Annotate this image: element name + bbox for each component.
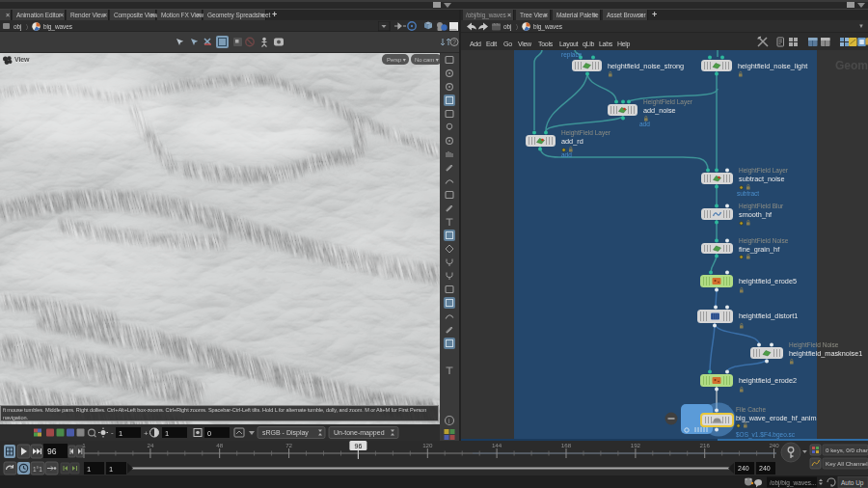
svg-text:$OS_v1.$F4.bgeo.sc: $OS_v1.$F4.bgeo.sc [736, 431, 796, 439]
svg-text:1: 1 [119, 429, 122, 438]
svg-text:96: 96 [47, 447, 57, 456]
svg-text:1: 1 [82, 442, 86, 448]
svg-text:Key All Channels: Key All Channels [826, 460, 868, 467]
svg-text:sRGB - Display: sRGB - Display [262, 429, 309, 437]
svg-text:add_rd: add_rd [561, 137, 583, 146]
svg-text:48: 48 [216, 442, 223, 448]
svg-text:216: 216 [700, 442, 711, 448]
svg-text:1: 1 [109, 465, 113, 474]
svg-text:HeightField Layer: HeightField Layer [739, 167, 789, 175]
svg-text:1°1: 1°1 [33, 466, 42, 473]
svg-text:0: 0 [207, 429, 211, 438]
svg-text:HeightField Noise: HeightField Noise [789, 341, 839, 349]
svg-text:120: 120 [422, 442, 433, 448]
svg-text:heightfield_erode2: heightfield_erode2 [739, 376, 797, 385]
svg-text:big_wave_erode_hf_anim: big_wave_erode_hf_anim [736, 414, 817, 422]
svg-text:1: 1 [87, 465, 91, 474]
svg-text:heightfield_noise_light: heightfield_noise_light [738, 62, 807, 70]
svg-text:1: 1 [165, 429, 169, 438]
svg-text:192: 192 [631, 442, 641, 448]
svg-text:24: 24 [147, 442, 153, 448]
svg-text:0 keys, 0/0 chan: 0 keys, 0/0 chan [826, 447, 868, 453]
svg-text:smooth_hf: smooth_hf [739, 210, 773, 219]
svg-text:replace: replace [561, 51, 583, 59]
svg-text:240: 240 [759, 465, 771, 472]
svg-text:?: ? [452, 39, 456, 45]
svg-text:HeightField Blur: HeightField Blur [739, 203, 784, 210]
svg-text:subtract_noise: subtract_noise [739, 175, 784, 183]
svg-text:/obj/big_waves...: /obj/big_waves... [770, 479, 817, 487]
svg-text:i: i [448, 418, 449, 424]
svg-text:HeightField Layer: HeightField Layer [561, 129, 611, 137]
svg-text:240: 240 [769, 442, 779, 448]
svg-text:heightfield_masknoise1: heightfield_masknoise1 [789, 349, 862, 358]
svg-text:HeightField Layer: HeightField Layer [643, 98, 693, 106]
svg-text:72: 72 [285, 442, 292, 448]
svg-text:heightfield_erode5: heightfield_erode5 [739, 277, 797, 285]
svg-text:subtract: subtract [737, 190, 759, 197]
svg-text:add_noise: add_noise [643, 106, 676, 115]
svg-text:HeightField Noise: HeightField Noise [739, 237, 789, 245]
svg-text:fine_grain_hf: fine_grain_hf [739, 245, 780, 254]
svg-text:add: add [561, 151, 572, 158]
svg-text:96: 96 [355, 443, 363, 449]
svg-text:File Cache: File Cache [736, 406, 766, 413]
svg-text:+: + [144, 429, 149, 438]
svg-text:144: 144 [492, 442, 502, 448]
svg-text:240: 240 [738, 465, 749, 472]
svg-text:168: 168 [561, 442, 572, 448]
svg-text:heightfield_noise_strong: heightfield_noise_strong [608, 62, 684, 70]
svg-text:add: add [639, 121, 650, 127]
svg-text:-: - [111, 428, 114, 437]
svg-text:heightfield_distort1: heightfield_distort1 [739, 312, 798, 320]
svg-text:Auto Up: Auto Up [841, 479, 864, 487]
svg-text:Un-tone-mapped: Un-tone-mapped [334, 429, 385, 437]
